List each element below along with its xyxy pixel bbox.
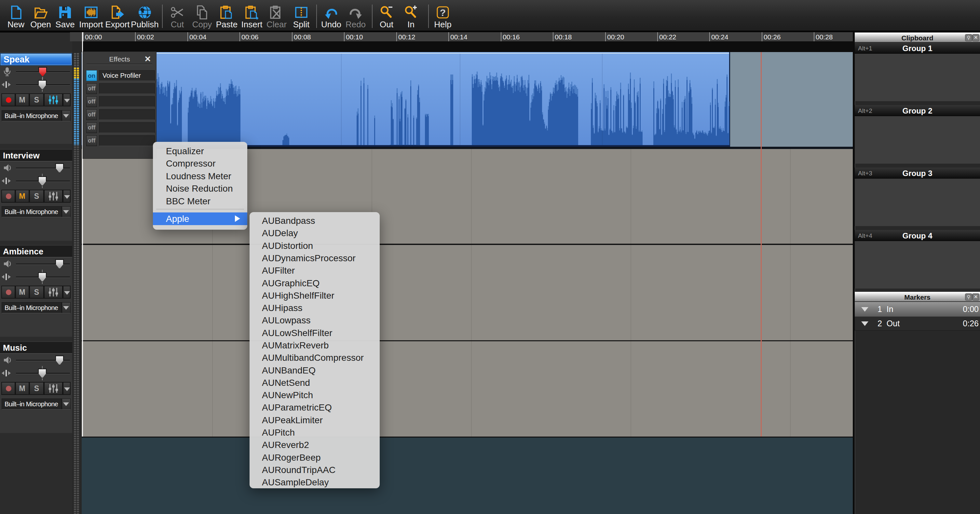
svg-text:?: ?: [440, 7, 446, 18]
